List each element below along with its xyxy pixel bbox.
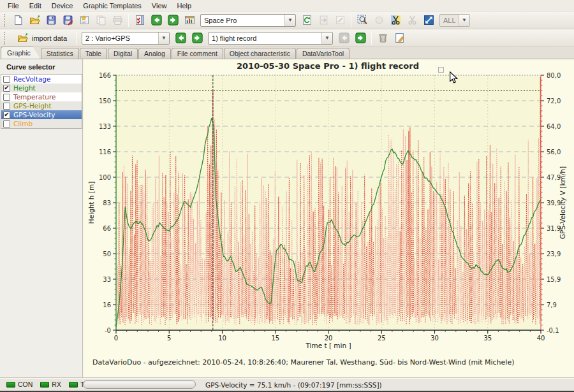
- curve-row-gps-height[interactable]: GPS-Height: [1, 101, 82, 110]
- curve-label-gps-height: GPS-Height: [13, 102, 52, 110]
- menu-view[interactable]: View: [147, 1, 172, 11]
- record-combo[interactable]: 1) flight record ▼: [208, 32, 333, 45]
- tab-analog[interactable]: Analog: [138, 48, 171, 59]
- statusbar: CONRXTX GPS-Velocity = 75,1 km/h - (09:0…: [0, 377, 574, 391]
- svg-text:64,0: 64,0: [547, 123, 561, 130]
- tab-datavariotool[interactable]: DataVarioTool: [297, 48, 350, 59]
- sidebar: Curve selector RecVoltage✔HeightTemperat…: [0, 59, 83, 377]
- curve-row-gps-velocity[interactable]: ✔GPS-Velocity: [1, 110, 82, 119]
- open-file-icon: [29, 15, 40, 25]
- curve-label-height: Height: [13, 84, 36, 92]
- menu-graphic-templates[interactable]: Graphic Templates: [78, 1, 147, 11]
- tabbar: GraphicStatisticsTableDigitalAnalogFile …: [0, 47, 574, 59]
- curve-label-temperature: Temperature: [13, 93, 56, 101]
- apply-template-button[interactable]: [132, 13, 147, 28]
- refresh-button[interactable]: [299, 13, 314, 28]
- checkbox-gps-velocity[interactable]: ✔: [3, 112, 10, 119]
- cut-button[interactable]: [388, 13, 403, 28]
- import-folder-icon: [17, 33, 28, 43]
- curve-selector-title: Curve selector: [0, 59, 82, 73]
- delete-icon: [378, 33, 388, 43]
- toolbar-grip[interactable]: [4, 14, 8, 27]
- prev-arrow-icon: [175, 33, 186, 43]
- curve-row-recvoltage[interactable]: RecVoltage: [1, 75, 82, 83]
- progress-bar: [83, 380, 196, 389]
- export-button: [316, 13, 331, 28]
- menu-edit[interactable]: Edit: [24, 1, 47, 11]
- zoom-select-icon: [357, 15, 368, 25]
- template-combo[interactable]: Space Pro ▼: [200, 14, 296, 27]
- open-file-button[interactable]: [27, 13, 42, 28]
- curve-row-climb[interactable]: Climb: [1, 119, 82, 128]
- full-extent-icon: [423, 15, 434, 25]
- new-template-button[interactable]: [77, 13, 92, 28]
- checkbox-climb[interactable]: [3, 120, 10, 127]
- svg-text:35: 35: [483, 335, 492, 342]
- svg-text:33: 33: [103, 276, 111, 283]
- edit-button[interactable]: [392, 31, 407, 46]
- next-arrow-button[interactable]: [189, 31, 205, 46]
- new-file-button[interactable]: [10, 13, 26, 28]
- annotate-icon: [335, 15, 346, 25]
- svg-text:GPS-Velocity V [km/h]: GPS-Velocity V [km/h]: [559, 166, 566, 239]
- chevron-down-icon[interactable]: ▼: [284, 15, 295, 26]
- chevron-down-icon[interactable]: ▼: [321, 33, 332, 44]
- menubar: FileEditDeviceGraphic TemplatesViewHelp: [0, 0, 574, 11]
- checkbox-recvoltage[interactable]: [3, 76, 10, 83]
- prev-arrow-button[interactable]: [173, 31, 188, 46]
- svg-text:-0: -0: [105, 327, 111, 334]
- svg-text:30: 30: [430, 335, 439, 342]
- chart-footer: DataVarioDuo - aufgezeichnet: 2010-05-24…: [92, 358, 514, 367]
- svg-text:15: 15: [271, 335, 279, 342]
- import-data-button[interactable]: import data: [11, 31, 73, 46]
- data-toolbar: import data 2 : Vario+GPS ▼ 1) flight re…: [0, 29, 574, 47]
- checkbox-gps-height[interactable]: [3, 103, 10, 110]
- device-combo-value: 2 : Vario+GPS: [82, 34, 158, 42]
- next-arrow-icon: [168, 15, 179, 25]
- print-button: [110, 13, 125, 28]
- save-as-button[interactable]: [60, 13, 75, 28]
- tab-object-characteristic[interactable]: Object characteristic: [224, 48, 296, 59]
- led-rx: [40, 382, 49, 388]
- device-combo[interactable]: 2 : Vario+GPS ▼: [82, 32, 170, 45]
- svg-text:Time t [ min ]: Time t [ min ]: [305, 342, 351, 349]
- full-extent-button[interactable]: [421, 13, 436, 28]
- tab-file-comment[interactable]: File comment: [172, 48, 223, 59]
- svg-text:116: 116: [99, 149, 111, 156]
- svg-text:15,9: 15,9: [547, 276, 561, 283]
- delete-button[interactable]: [375, 31, 390, 46]
- curve-row-temperature[interactable]: Temperature: [1, 92, 82, 101]
- checkbox-temperature[interactable]: [3, 94, 10, 101]
- chart-plot-area[interactable]: -01633506683100116133150166-0,17,915,923…: [84, 59, 574, 356]
- svg-text:83: 83: [103, 200, 111, 207]
- svg-text:-0,1: -0,1: [547, 327, 559, 334]
- next-arrow-icon: [192, 33, 203, 43]
- app-window: FileEditDeviceGraphic TemplatesViewHelp …: [0, 0, 574, 392]
- chevron-down-icon[interactable]: ▼: [158, 33, 169, 44]
- menu-device[interactable]: Device: [47, 1, 78, 11]
- zoom-select-button[interactable]: [355, 13, 370, 28]
- toolbar-grip[interactable]: [4, 32, 8, 45]
- next-arrow-button[interactable]: [165, 13, 180, 28]
- curve-row-height[interactable]: ✔Height: [1, 83, 82, 92]
- tab-statistics[interactable]: Statistics: [41, 48, 79, 59]
- template-manager-icon: [184, 15, 195, 25]
- next-arrow-button[interactable]: [353, 31, 368, 46]
- menu-file[interactable]: File: [3, 1, 24, 11]
- floating-checkbox[interactable]: [438, 67, 444, 73]
- checkbox-height[interactable]: ✔: [3, 85, 10, 92]
- save-button[interactable]: [43, 13, 59, 28]
- led-tx: [69, 382, 78, 388]
- template-manager-button[interactable]: [182, 13, 197, 28]
- tab-table[interactable]: Table: [80, 48, 107, 59]
- tab-digital[interactable]: Digital: [108, 48, 138, 59]
- toolbar-separator: [351, 14, 351, 27]
- svg-text:25: 25: [378, 335, 386, 342]
- prev-arrow-button[interactable]: [149, 13, 164, 28]
- tab-graphic[interactable]: Graphic: [1, 47, 40, 59]
- record-combo-value: 1) flight record: [209, 34, 321, 42]
- menu-help[interactable]: Help: [172, 1, 197, 11]
- curve-selector-list: RecVoltage✔HeightTemperatureGPS-Height✔G…: [1, 74, 82, 129]
- next-arrow-icon: [355, 33, 366, 43]
- main-toolbar: Space Pro ▼ ALL ▼: [0, 11, 574, 29]
